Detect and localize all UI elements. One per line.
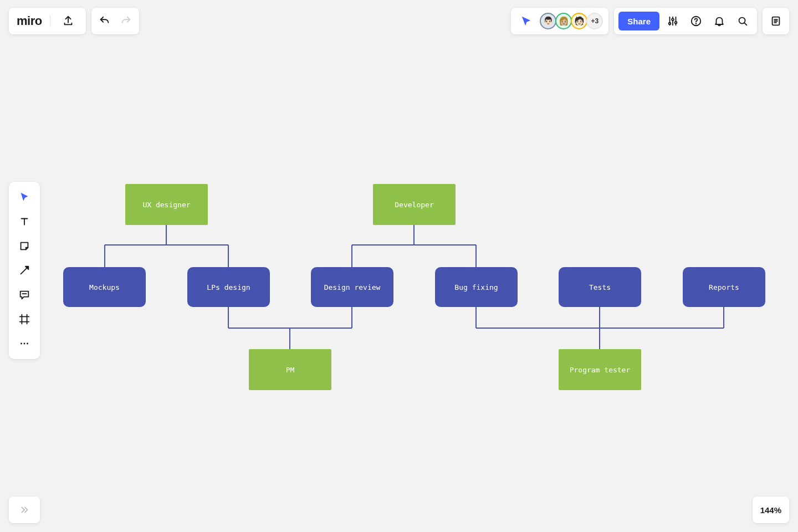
zoom-value: 144% (760, 505, 781, 515)
tool-select[interactable] (13, 186, 35, 208)
node-task-mockups[interactable]: Mockups (63, 267, 146, 307)
tool-frame[interactable] (13, 308, 35, 330)
node-role-program-tester[interactable]: Program tester (559, 349, 641, 390)
redo-icon (120, 15, 132, 27)
notes-icon (770, 15, 782, 27)
app-logo: miro (17, 14, 42, 28)
presence-cursors-button[interactable] (516, 11, 536, 31)
tool-text[interactable] (13, 211, 35, 233)
sticky-note-icon (18, 240, 30, 252)
history-controls (91, 8, 139, 34)
avatar-overflow[interactable]: +3 (586, 13, 603, 29)
sliders-icon (667, 15, 679, 27)
board-actions-panel: Share (614, 8, 757, 34)
export-button[interactable] (58, 11, 78, 31)
svg-point-4 (696, 23, 697, 24)
node-task-tests[interactable]: Tests (559, 267, 641, 307)
pointer-icon (18, 191, 30, 203)
avatar[interactable]: 👨🏻 (540, 13, 556, 29)
arrow-icon (18, 264, 30, 277)
board-menu[interactable]: miro (9, 8, 86, 34)
chevrons-right-icon (18, 504, 30, 516)
node-task-reports[interactable]: Reports (683, 267, 765, 307)
expand-toolbar-button[interactable] (9, 497, 40, 523)
settings-button[interactable] (663, 11, 683, 31)
avatar-stack[interactable]: 👨🏻 👩🏼 🧑🏻 +3 (541, 13, 603, 29)
avatar[interactable]: 👩🏼 (555, 13, 572, 29)
zoom-indicator[interactable]: 144% (753, 497, 789, 523)
node-role-pm[interactable]: PM (249, 349, 331, 390)
frame-icon (18, 313, 30, 325)
divider (50, 15, 50, 27)
node-task-design-review[interactable]: Design review (311, 267, 393, 307)
avatar[interactable]: 🧑🏻 (571, 13, 587, 29)
more-icon (18, 337, 30, 350)
tool-sticky-note[interactable] (13, 235, 35, 257)
help-icon (690, 15, 702, 27)
text-icon (18, 216, 30, 228)
bell-icon (713, 15, 725, 27)
cursor-filled-icon (520, 15, 533, 27)
undo-icon (99, 15, 111, 27)
tools-toolbar (9, 182, 40, 359)
notes-button[interactable] (763, 8, 789, 34)
svg-point-7 (21, 343, 22, 345)
search-icon (736, 15, 749, 27)
connectors-layer (0, 0, 798, 532)
board-canvas[interactable]: UX designer Developer PM Program tester … (0, 0, 798, 532)
upload-icon (62, 15, 74, 27)
node-role-ux-designer[interactable]: UX designer (125, 184, 208, 225)
node-role-developer[interactable]: Developer (373, 184, 456, 225)
share-button[interactable]: Share (618, 12, 659, 30)
node-task-lps-design[interactable]: LPs design (187, 267, 270, 307)
redo-button[interactable] (116, 11, 136, 31)
comment-icon (18, 289, 30, 301)
svg-point-8 (24, 343, 25, 345)
tool-comment[interactable] (13, 284, 35, 306)
tool-more[interactable] (13, 332, 35, 355)
undo-button[interactable] (95, 11, 115, 31)
search-button[interactable] (733, 11, 753, 31)
svg-point-9 (27, 343, 28, 345)
collaborators-panel: 👨🏻 👩🏼 🧑🏻 +3 (511, 8, 608, 34)
tool-connection-line[interactable] (13, 259, 35, 282)
notifications-button[interactable] (709, 11, 729, 31)
node-task-bug-fixing[interactable]: Bug fixing (435, 267, 518, 307)
help-button[interactable] (686, 11, 706, 31)
